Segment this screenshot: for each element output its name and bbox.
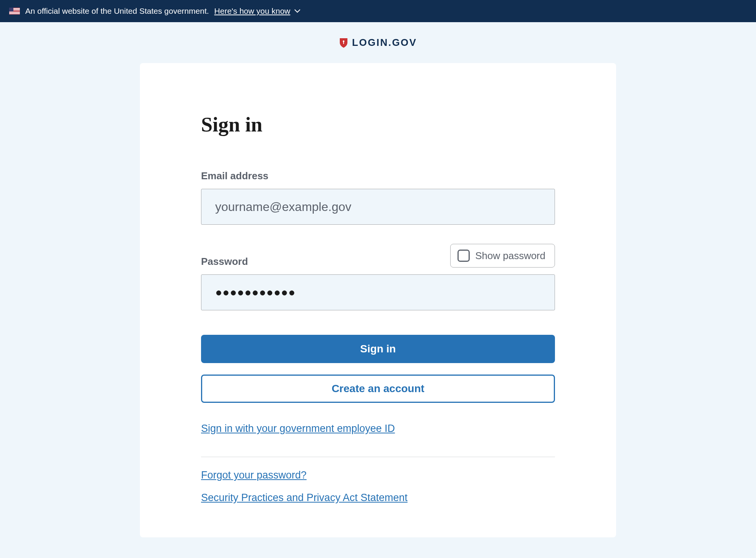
gov-banner: An official website of the United States…: [0, 0, 756, 22]
create-account-button[interactable]: Create an account: [201, 375, 555, 403]
show-password-toggle[interactable]: Show password: [450, 244, 555, 268]
signin-button[interactable]: Sign in: [201, 335, 555, 363]
signin-card: Sign in Email address Password Show pass…: [140, 63, 616, 537]
checkbox-icon: [457, 250, 470, 262]
logo-area: LOGIN.GOV: [0, 22, 756, 63]
piv-signin-link[interactable]: Sign in with your government employee ID: [201, 423, 395, 434]
chevron-down-icon: [294, 9, 300, 13]
shield-icon: [339, 37, 348, 48]
how-you-know-link[interactable]: Here's how you know: [214, 6, 300, 16]
password-value: ●●●●●●●●●●●: [215, 286, 295, 299]
divider: [201, 457, 555, 457]
logo-text: LOGIN.GOV: [352, 37, 417, 49]
svg-rect-1: [343, 42, 344, 44]
how-you-know-label: Here's how you know: [214, 6, 290, 16]
page-title: Sign in: [201, 113, 555, 136]
email-input[interactable]: [201, 189, 555, 225]
password-label: Password: [201, 256, 450, 268]
privacy-link[interactable]: Security Practices and Privacy Act State…: [201, 492, 407, 504]
us-flag-icon: [9, 8, 20, 15]
email-label: Email address: [201, 170, 555, 182]
forgot-password-link[interactable]: Forgot your password?: [201, 469, 307, 481]
banner-text: An official website of the United States…: [25, 6, 209, 16]
password-input[interactable]: ●●●●●●●●●●●: [201, 274, 555, 310]
show-password-label: Show password: [475, 250, 545, 262]
